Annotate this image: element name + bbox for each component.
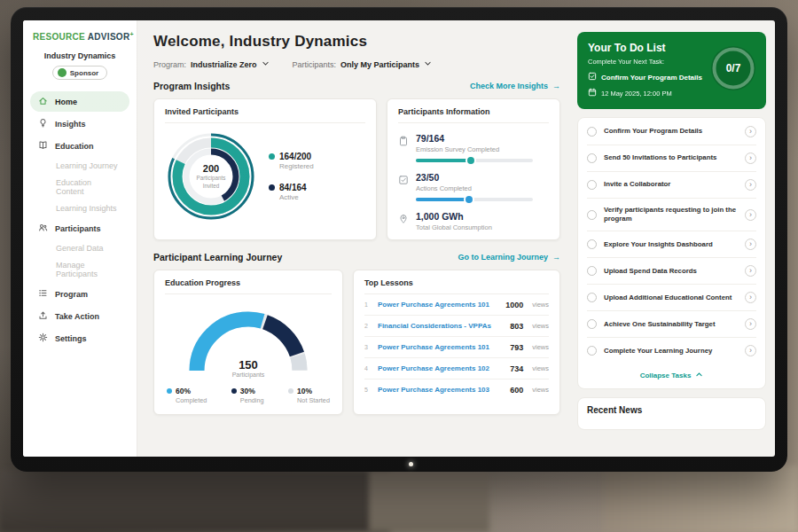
sidebar: RESOURCE ADVISOR+ Industry Dynamics Spon… — [23, 20, 137, 457]
background-shadow — [0, 470, 390, 532]
collapse-tasks-link[interactable]: Collapse Tasks — [587, 364, 756, 388]
chevron-right-icon[interactable]: › — [745, 209, 756, 221]
chevron-right-icon[interactable]: › — [745, 126, 756, 137]
task-row[interactable]: Complete Your Learning Journey › — [587, 338, 756, 364]
task-label: Upload Additional Educational Content — [604, 293, 738, 302]
chevron-right-icon[interactable]: › — [745, 292, 756, 303]
task-row[interactable]: Invite a Collaborator › — [587, 172, 756, 199]
sidebar-item-education-content[interactable]: Education Content — [30, 175, 129, 200]
lesson-row: 2 Financial Considerations - VPPAs 803 v… — [364, 316, 549, 337]
legend-label: Active — [279, 193, 314, 201]
gauge-center-label: Participants — [182, 372, 315, 378]
lesson-views-unit: views — [532, 343, 549, 351]
monitor-bezel: RESOURCE ADVISOR+ Industry Dynamics Spon… — [11, 7, 787, 472]
sidebar-item-learning-insights[interactable]: Learning Insights — [30, 200, 129, 216]
organization-name: Industry Dynamics — [30, 51, 129, 60]
task-checkbox[interactable] — [587, 319, 597, 329]
chevron-down-icon — [424, 59, 432, 69]
task-checkbox[interactable] — [587, 346, 597, 356]
page-title: Welcome, Industry Dynamics — [153, 33, 560, 51]
clipboard-check-icon — [588, 72, 597, 82]
participants-filter-dropdown[interactable]: Participants: Only My Participants — [293, 59, 433, 69]
lesson-rank: 3 — [364, 344, 372, 350]
chevron-right-icon[interactable]: › — [745, 345, 756, 356]
task-row[interactable]: Achieve One Sustainability Target › — [587, 311, 756, 338]
lesson-link[interactable]: Power Purchase Agreements 102 — [378, 364, 504, 372]
task-row[interactable]: Confirm Your Program Details › — [587, 119, 756, 145]
chevron-right-icon[interactable]: › — [745, 318, 756, 330]
lesson-link[interactable]: Power Purchase Agreements 101 — [378, 301, 499, 309]
go-to-learning-journey-link[interactable]: Go to Learning Journey → — [458, 253, 560, 262]
legend-item-completed: 60% Completed — [167, 387, 207, 404]
lesson-views: 734 — [510, 364, 523, 373]
legend-value: 30% — [240, 387, 255, 395]
background-wall-panel — [603, 466, 798, 532]
section-title-learning-journey: Participant Learning Journey — [153, 252, 282, 262]
stat-label: Emission Survey Completed — [416, 145, 533, 153]
task-row[interactable]: Upload Spend Data Records › — [587, 258, 756, 285]
dashboard-screen: RESOURCE ADVISOR+ Industry Dynamics Spon… — [23, 20, 775, 457]
lesson-rank: 4 — [364, 365, 372, 372]
task-checkbox[interactable] — [587, 127, 597, 137]
task-label: Achieve One Sustainability Target — [604, 320, 738, 329]
task-checkbox[interactable] — [587, 210, 597, 220]
calendar-icon — [588, 88, 597, 98]
legend-label: Not Started — [297, 396, 330, 404]
task-checkbox[interactable] — [587, 153, 597, 163]
chevron-right-icon[interactable]: › — [745, 265, 756, 277]
task-label: Confirm Your Program Details — [604, 127, 738, 136]
legend-dot — [269, 153, 275, 160]
sidebar-item-participants[interactable]: Participants — [30, 218, 129, 239]
task-row[interactable]: Verify participants requesting to join t… — [587, 199, 756, 231]
lesson-link[interactable]: Financial Considerations - VPPAs — [378, 322, 504, 330]
lesson-rank: 1 — [364, 301, 372, 308]
sidebar-item-manage-participants[interactable]: Manage Participants — [30, 257, 129, 282]
sidebar-item-general-data[interactable]: General Data — [30, 240, 129, 256]
program-filter-value: Industrialize Zero — [191, 60, 257, 69]
progress-fill — [416, 159, 472, 162]
task-label: Upload Spend Data Records — [604, 267, 738, 276]
sidebar-item-label: Settings — [55, 334, 87, 343]
link-label: Go to Learning Journey — [458, 253, 548, 262]
sidebar-item-education[interactable]: Education — [30, 136, 129, 156]
arrow-right-icon: → — [552, 253, 560, 262]
task-label: Verify participants requesting to join t… — [604, 206, 738, 223]
todo-subtitle: Complete Your Next Task: — [588, 58, 704, 66]
sidebar-item-take-action[interactable]: Take Action — [30, 306, 129, 326]
task-row[interactable]: Send 50 Invitations to Participants › — [587, 145, 756, 172]
learning-journey-header: Participant Learning Journey Go to Learn… — [153, 252, 560, 262]
task-checkbox[interactable] — [587, 239, 597, 249]
task-checkbox[interactable] — [587, 266, 597, 276]
sidebar-item-learning-journey[interactable]: Learning Journey — [30, 158, 129, 174]
sidebar-item-insights[interactable]: Insights — [30, 113, 129, 134]
brand-secondary: ADVISOR — [88, 32, 130, 42]
todo-next-task[interactable]: Confirm Your Program Details — [588, 72, 704, 82]
sidebar-item-program[interactable]: Program — [30, 284, 129, 304]
check-more-insights-link[interactable]: Check More Insights → — [470, 82, 560, 90]
stat-global-consumption: 1,000 GWh Total Global Consumption — [398, 211, 549, 231]
sidebar-nav: Home Insights Education Learning Journey… — [30, 91, 129, 348]
sidebar-item-home[interactable]: Home — [30, 91, 129, 112]
people-icon — [38, 223, 48, 234]
monitor-stand — [369, 470, 489, 532]
chevron-right-icon[interactable]: › — [745, 179, 756, 191]
sidebar-item-settings[interactable]: Settings — [30, 328, 129, 348]
task-checkbox[interactable] — [587, 180, 597, 190]
todo-due-date: 12 May 2025, 12:00 PM — [588, 88, 704, 98]
legend-dot — [288, 388, 293, 394]
task-row[interactable]: Explore Your Insights Dashboard › — [587, 231, 756, 258]
check-square-icon — [398, 173, 409, 201]
lesson-row: 4 Power Purchase Agreements 102 734 view… — [364, 358, 549, 379]
chevron-right-icon[interactable]: › — [745, 153, 756, 164]
lesson-link[interactable]: Power Purchase Agreements 101 — [378, 343, 504, 351]
book-icon — [38, 140, 48, 152]
emission-progress-bar — [416, 159, 533, 162]
lesson-link[interactable]: Power Purchase Agreements 103 — [378, 386, 504, 394]
task-row[interactable]: Upload Additional Educational Content › — [587, 285, 756, 311]
chevron-right-icon[interactable]: › — [745, 239, 756, 250]
program-filter-dropdown[interactable]: Program: Industrialize Zero — [153, 59, 270, 69]
lesson-views-unit: views — [532, 301, 549, 309]
gauge-legend: 60% Completed 30% Pending 10% Not Starte… — [165, 387, 332, 406]
lesson-rank: 2 — [364, 323, 372, 329]
task-checkbox[interactable] — [587, 293, 597, 302]
